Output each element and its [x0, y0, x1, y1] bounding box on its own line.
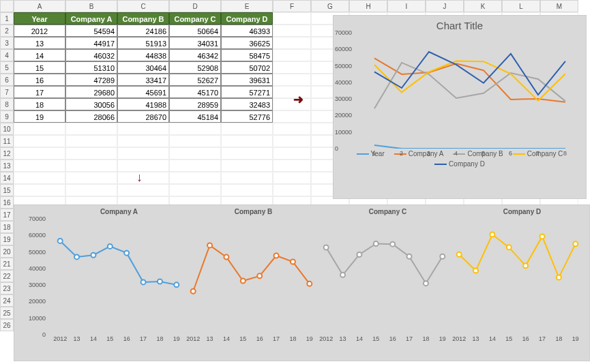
column-header-E[interactable]: E [221, 0, 273, 12]
cell-F14[interactable] [273, 172, 311, 184]
cell-F10[interactable] [273, 123, 311, 135]
cell-B15[interactable] [65, 184, 117, 196]
row-header-6[interactable]: 6 [0, 74, 14, 86]
cell-F7[interactable] [273, 86, 311, 98]
column-header-B[interactable]: B [65, 0, 117, 12]
cell-B3[interactable]: 44917 [65, 37, 117, 49]
cell-E9[interactable]: 52776 [221, 110, 273, 123]
cell-D1[interactable]: Company C [169, 12, 221, 25]
cell-F15[interactable] [273, 184, 311, 196]
cell-E14[interactable] [221, 172, 273, 184]
cell-E5[interactable]: 50702 [221, 61, 273, 74]
cell-A11[interactable] [14, 135, 65, 147]
cell-D8[interactable]: 28959 [169, 98, 221, 110]
cell-E6[interactable]: 39631 [221, 74, 273, 86]
cell-C12[interactable] [117, 147, 169, 160]
cell-A13[interactable] [14, 160, 65, 172]
column-header-D[interactable]: D [169, 0, 221, 12]
cell-F1[interactable] [273, 12, 311, 25]
cell-D4[interactable]: 46342 [169, 49, 221, 61]
cell-B1[interactable]: Company A [65, 12, 117, 25]
cell-E4[interactable]: 58475 [221, 49, 273, 61]
column-header-F[interactable]: F [273, 0, 311, 12]
chart-main[interactable]: Chart Title 0100002000030000400005000060… [333, 15, 586, 199]
cell-A7[interactable]: 17 [14, 86, 65, 98]
cell-A5[interactable]: 15 [14, 61, 65, 74]
row-header-22[interactable]: 22 [0, 270, 14, 282]
cell-D2[interactable]: 50664 [169, 25, 221, 37]
cell-C6[interactable]: 33417 [117, 74, 169, 86]
cell-E2[interactable]: 46393 [221, 25, 273, 37]
cell-B7[interactable]: 29680 [65, 86, 117, 98]
cell-D6[interactable]: 52627 [169, 74, 221, 86]
row-header-16[interactable]: 16 [0, 196, 14, 209]
cell-D12[interactable] [169, 147, 221, 160]
row-header-7[interactable]: 7 [0, 86, 14, 98]
cell-B4[interactable]: 46032 [65, 49, 117, 61]
cell-A3[interactable]: 13 [14, 37, 65, 49]
cell-D9[interactable]: 45184 [169, 110, 221, 123]
row-header-9[interactable]: 9 [0, 110, 14, 123]
cell-E11[interactable] [221, 135, 273, 147]
column-header-C[interactable]: C [117, 0, 169, 12]
cell-A12[interactable] [14, 147, 65, 160]
row-header-18[interactable]: 18 [0, 221, 14, 233]
row-header-14[interactable]: 14 [0, 172, 14, 184]
column-header-G[interactable]: G [311, 0, 349, 12]
row-header-12[interactable]: 12 [0, 147, 14, 160]
row-header-3[interactable]: 3 [0, 37, 14, 49]
row-header-24[interactable]: 24 [0, 294, 14, 307]
cell-D14[interactable] [169, 172, 221, 184]
cell-C15[interactable] [117, 184, 169, 196]
cell-A1[interactable]: Year [14, 12, 65, 25]
cell-A2[interactable]: 2012 [14, 25, 65, 37]
column-header-L[interactable]: L [502, 0, 540, 12]
cell-C7[interactable]: 45691 [117, 86, 169, 98]
cell-A6[interactable]: 16 [14, 74, 65, 86]
cell-C3[interactable]: 51913 [117, 37, 169, 49]
cell-B2[interactable]: 54594 [65, 25, 117, 37]
cell-E15[interactable] [221, 184, 273, 196]
cell-A4[interactable]: 14 [14, 49, 65, 61]
cell-E8[interactable]: 32483 [221, 98, 273, 110]
cell-E7[interactable]: 57271 [221, 86, 273, 98]
row-header-10[interactable]: 10 [0, 123, 14, 135]
cell-B10[interactable] [65, 123, 117, 135]
cell-C11[interactable] [117, 135, 169, 147]
cell-A8[interactable]: 18 [14, 98, 65, 110]
cell-C10[interactable] [117, 123, 169, 135]
cell-C9[interactable]: 28670 [117, 110, 169, 123]
cell-F13[interactable] [273, 160, 311, 172]
cell-F12[interactable] [273, 147, 311, 160]
column-header-J[interactable]: J [426, 0, 464, 12]
row-header-2[interactable]: 2 [0, 25, 14, 37]
cell-E3[interactable]: 36625 [221, 37, 273, 49]
cell-B6[interactable]: 47289 [65, 74, 117, 86]
column-header-I[interactable]: I [387, 0, 426, 12]
cell-A9[interactable]: 19 [14, 110, 65, 123]
cell-C14[interactable] [117, 172, 169, 184]
cell-E10[interactable] [221, 123, 273, 135]
row-header-20[interactable]: 20 [0, 245, 14, 258]
cell-D15[interactable] [169, 184, 221, 196]
column-header-A[interactable]: A [14, 0, 65, 12]
cell-C2[interactable]: 24186 [117, 25, 169, 37]
cell-B11[interactable] [65, 135, 117, 147]
cell-C4[interactable]: 44838 [117, 49, 169, 61]
row-header-5[interactable]: 5 [0, 61, 14, 74]
cell-D11[interactable] [169, 135, 221, 147]
cell-B5[interactable]: 51310 [65, 61, 117, 74]
column-header-M[interactable]: M [540, 0, 578, 12]
cell-E13[interactable] [221, 160, 273, 172]
cell-B9[interactable]: 28066 [65, 110, 117, 123]
cell-D10[interactable] [169, 123, 221, 135]
cell-B13[interactable] [65, 160, 117, 172]
row-header-13[interactable]: 13 [0, 160, 14, 172]
cell-F4[interactable] [273, 49, 311, 61]
row-header-19[interactable]: 19 [0, 233, 14, 245]
cell-F11[interactable] [273, 135, 311, 147]
cell-B12[interactable] [65, 147, 117, 160]
cell-D13[interactable] [169, 160, 221, 172]
cell-F2[interactable] [273, 25, 311, 37]
cell-E1[interactable]: Company D [221, 12, 273, 25]
